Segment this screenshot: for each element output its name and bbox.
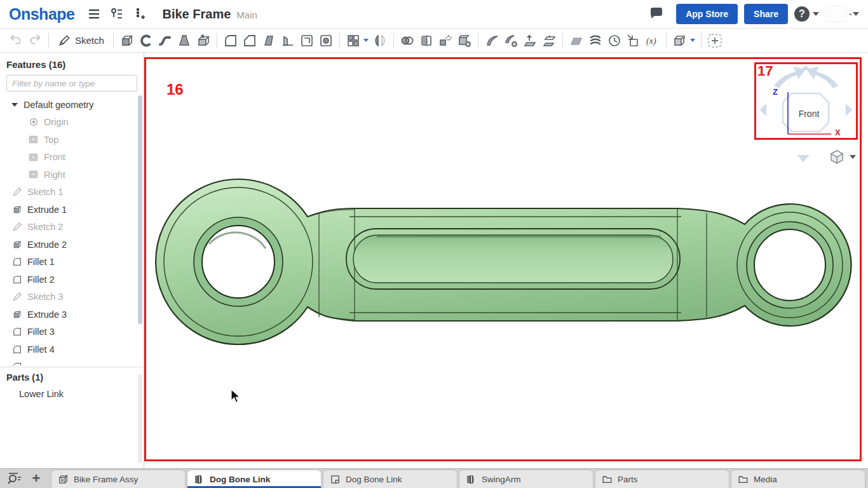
delete-face-icon[interactable] bbox=[501, 31, 520, 50]
feature-default-geometry[interactable]: Default geometry bbox=[0, 96, 137, 114]
replace-face-icon[interactable] bbox=[539, 31, 559, 50]
sweep-icon[interactable] bbox=[156, 31, 175, 50]
graphics-area[interactable]: 16 bbox=[144, 53, 868, 468]
hole-icon[interactable] bbox=[316, 31, 336, 50]
helix-icon[interactable] bbox=[586, 31, 605, 50]
part-right-hole[interactable] bbox=[754, 229, 825, 301]
insert-version-icon[interactable] bbox=[130, 4, 149, 24]
part-pocket-floor[interactable] bbox=[353, 235, 673, 283]
pattern-dropdown-caret[interactable] bbox=[363, 39, 369, 42]
app-store-button[interactable]: App Store bbox=[676, 4, 738, 24]
sidebar-scrollbar-thumb[interactable] bbox=[138, 95, 142, 324]
boolean-icon[interactable] bbox=[398, 31, 417, 50]
manage-tabs-icon[interactable] bbox=[4, 470, 25, 487]
feature-sketch-1[interactable]: Sketch 1 bbox=[0, 184, 137, 201]
part-studio-icon bbox=[194, 474, 205, 485]
viewcube-face-label[interactable]: Front bbox=[788, 109, 830, 119]
fillet-icon bbox=[11, 327, 22, 337]
fillet-icon bbox=[11, 344, 22, 355]
tab-bike-frame-assy[interactable]: Bike Frame Assy bbox=[51, 470, 186, 488]
view-settings-dropdown[interactable] bbox=[829, 149, 856, 165]
feature-label: Right bbox=[44, 170, 65, 180]
rib-icon[interactable] bbox=[278, 31, 297, 50]
feature-fillet-1[interactable]: Fillet 1 bbox=[0, 254, 137, 271]
feature-extrude-3[interactable]: Extrude 3 bbox=[0, 306, 137, 323]
account-menu[interactable] bbox=[825, 6, 859, 22]
chevron-down-icon[interactable] bbox=[11, 103, 18, 107]
loft-icon[interactable] bbox=[175, 31, 194, 50]
mirror-icon[interactable] bbox=[370, 31, 390, 50]
feature-extrude-2[interactable]: Extrude 2 bbox=[0, 236, 137, 254]
linear-pattern-icon[interactable] bbox=[344, 31, 363, 50]
chevron-down-icon bbox=[853, 12, 859, 16]
folder-icon bbox=[602, 474, 613, 485]
feature-top-plane[interactable]: Top bbox=[0, 131, 137, 149]
feature-fillet-3[interactable]: Fillet 3 bbox=[0, 323, 137, 341]
parts-header: Parts (1) bbox=[0, 367, 144, 385]
workspace-label: Main bbox=[236, 10, 257, 20]
avatar[interactable] bbox=[825, 6, 847, 22]
feature-partially-hidden[interactable] bbox=[0, 358, 137, 366]
assembly-icon bbox=[58, 474, 69, 485]
modify-fillet-icon[interactable] bbox=[482, 31, 501, 50]
sketch-button[interactable]: Sketch bbox=[53, 31, 109, 50]
custom-feature-icon[interactable] bbox=[670, 31, 689, 50]
share-button[interactable]: Share bbox=[744, 4, 788, 24]
tab-dog-bone-link-drawing[interactable]: Dog Bone Link bbox=[323, 470, 458, 488]
tab-label: Dog Bone Link bbox=[210, 475, 270, 484]
feature-sketch-3[interactable]: Sketch 3 bbox=[0, 288, 137, 306]
help-icon[interactable]: ? bbox=[794, 6, 810, 22]
feature-extrude-1[interactable]: Extrude 1 bbox=[0, 201, 137, 219]
parts-scrollbar-track[interactable] bbox=[138, 374, 142, 463]
feature-fillet-4[interactable]: Fillet 4 bbox=[0, 341, 137, 358]
variable-icon[interactable]: (x) bbox=[643, 31, 662, 50]
draft-icon[interactable] bbox=[259, 31, 278, 50]
tab-dog-bone-link-part-studio[interactable]: Dog Bone Link bbox=[187, 470, 322, 488]
transform-icon[interactable] bbox=[436, 31, 455, 50]
feature-label: Default geometry bbox=[24, 100, 93, 110]
tab-swingarm[interactable]: SwingArm bbox=[459, 470, 593, 488]
add-tab-button[interactable]: + bbox=[25, 470, 47, 487]
custom-feature-dropdown-caret[interactable] bbox=[690, 39, 695, 42]
insert-toolbar-item-icon[interactable] bbox=[705, 31, 724, 50]
feature-front-plane[interactable]: Front bbox=[0, 149, 137, 166]
tab-label: Media bbox=[754, 475, 777, 484]
undo-icon[interactable] bbox=[6, 31, 25, 50]
feature-fillet-2[interactable]: Fillet 2 bbox=[0, 271, 137, 288]
delete-part-icon[interactable] bbox=[455, 31, 474, 50]
part-lower-link-model[interactable] bbox=[153, 173, 858, 351]
part-label: Lower Link bbox=[19, 389, 64, 399]
tab-parts-folder[interactable]: Parts bbox=[595, 470, 729, 488]
annotation-label-16: 16 bbox=[166, 81, 184, 98]
revolve-icon[interactable] bbox=[137, 31, 156, 50]
chamfer-icon[interactable] bbox=[240, 31, 259, 50]
move-face-icon[interactable] bbox=[520, 31, 539, 50]
part-lower-link[interactable]: Lower Link bbox=[0, 385, 144, 402]
tab-media-folder[interactable]: Media bbox=[731, 470, 865, 488]
onshape-logo[interactable]: Onshape bbox=[9, 5, 74, 24]
redo-icon[interactable] bbox=[25, 31, 44, 50]
split-icon[interactable] bbox=[417, 31, 436, 50]
chat-icon[interactable] bbox=[647, 4, 666, 24]
part-left-hole[interactable] bbox=[202, 226, 275, 298]
sketch-icon bbox=[11, 292, 22, 302]
view-cube[interactable]: 17 Z X Front bbox=[754, 62, 858, 140]
hamburger-menu-icon[interactable] bbox=[85, 4, 104, 24]
derived-icon[interactable] bbox=[624, 31, 643, 50]
thicken-icon[interactable] bbox=[194, 31, 213, 50]
feature-origin[interactable]: Origin bbox=[0, 114, 137, 132]
rollback-bar-icon[interactable] bbox=[605, 31, 624, 50]
plane-icon[interactable] bbox=[567, 31, 586, 50]
help-menu[interactable]: ? bbox=[794, 6, 819, 22]
extrude-icon[interactable] bbox=[118, 31, 137, 50]
fillet-icon[interactable] bbox=[221, 31, 240, 50]
feature-filter-input[interactable] bbox=[6, 75, 137, 92]
tab-label: Dog Bone Link bbox=[346, 475, 402, 484]
versions-icon[interactable] bbox=[107, 4, 126, 24]
top-bar: Onshape Bike Frame Main App Store Share … bbox=[0, 0, 868, 29]
shell-icon[interactable] bbox=[297, 31, 316, 50]
plane-icon bbox=[28, 169, 39, 180]
viewcube-rotate-down-arrow[interactable] bbox=[795, 153, 811, 163]
feature-sketch-2[interactable]: Sketch 2 bbox=[0, 219, 137, 236]
feature-right-plane[interactable]: Right bbox=[0, 166, 137, 184]
